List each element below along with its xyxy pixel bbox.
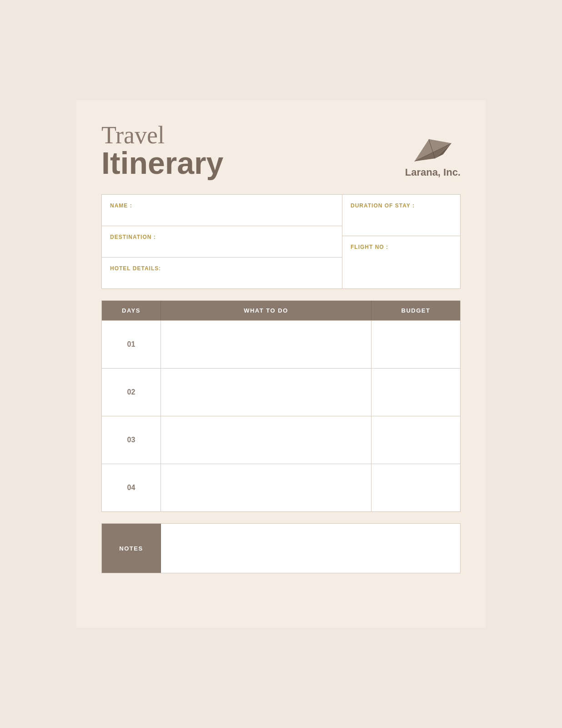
budget-03 [371,416,460,464]
duration-label: DURATION OF STAY : [351,202,415,209]
page: Travel Itinerary Larana, Inc. NAME : [76,100,486,628]
budget-04 [371,464,460,511]
notes-label-block: NOTES [102,524,161,573]
day-01: 01 [102,321,161,368]
logo-block: Larana, Inc. [405,132,461,178]
day-02: 02 [102,369,161,416]
destination-field: DESTINATION : [102,226,342,258]
what-01 [161,321,371,368]
notes-section: NOTES [101,523,461,573]
col-what: WHAT TO DO [161,301,371,320]
table-row: 04 [102,464,460,511]
title-itinerary: Itinerary [101,147,223,178]
table-row: 03 [102,416,460,464]
col-days: DAYS [102,301,161,320]
itinerary-table: DAYS WHAT TO DO BUDGET 01 02 03 04 [101,300,461,512]
table-row: 02 [102,368,460,416]
col-budget: BUDGET [371,301,460,320]
duration-field: DURATION OF STAY : [342,195,460,236]
name-label: NAME : [110,202,132,209]
notes-content [161,524,460,573]
flight-label: FLIGHT NO : [351,244,388,250]
hotel-field: HOTEL DETAILS: [102,258,342,288]
what-04 [161,464,371,511]
flight-field: FLIGHT NO : [342,236,460,288]
destination-label: DESTINATION : [110,234,156,240]
budget-01 [371,321,460,368]
hotel-label: HOTEL DETAILS: [110,265,161,272]
paper-plane-icon [412,132,453,164]
info-left: NAME : DESTINATION : HOTEL DETAILS: [102,195,342,288]
name-field: NAME : [102,195,342,226]
header: Travel Itinerary Larana, Inc. [101,123,461,178]
company-name: Larana, Inc. [405,167,461,178]
day-04: 04 [102,464,161,511]
info-section: NAME : DESTINATION : HOTEL DETAILS: DURA… [101,194,461,289]
what-02 [161,369,371,416]
budget-02 [371,369,460,416]
title-travel: Travel [101,123,223,147]
table-header: DAYS WHAT TO DO BUDGET [102,301,460,320]
title-block: Travel Itinerary [101,123,223,178]
notes-label: NOTES [119,545,143,552]
table-row: 01 [102,320,460,368]
what-03 [161,416,371,464]
day-03: 03 [102,416,161,464]
info-right: DURATION OF STAY : FLIGHT NO : [342,195,460,288]
